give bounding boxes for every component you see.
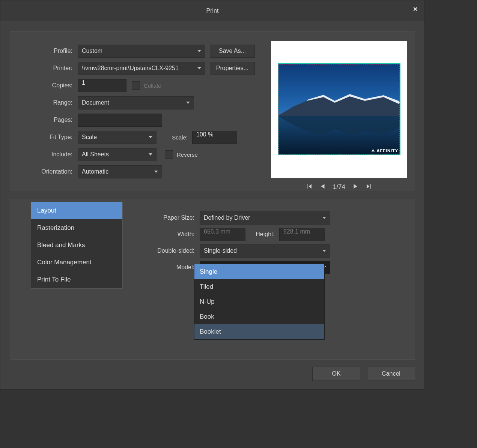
pages-input[interactable] (78, 114, 162, 127)
printer-select[interactable]: \\vmw28cmr-print\UpstairsCLX-9251 (78, 62, 205, 75)
layout-panel: Layout Rasterization Bleed and Marks Col… (10, 199, 415, 360)
sidebar-item-layout[interactable]: Layout (31, 202, 122, 219)
sidebar-item-color-management[interactable]: Color Management (31, 254, 122, 271)
preview-nav: 1/74 (271, 183, 407, 191)
last-page-icon[interactable] (366, 183, 372, 191)
chevron-down-icon (154, 171, 158, 173)
fit-type-select[interactable]: Scale (78, 131, 156, 144)
double-sided-label: Double-sided: (151, 247, 200, 254)
settings-sidebar: Layout Rasterization Bleed and Marks Col… (31, 202, 123, 289)
dialog-footer: OK Cancel (0, 360, 424, 389)
ok-button[interactable]: OK (312, 367, 360, 381)
copies-label: Copies: (18, 82, 78, 89)
print-preview: AFFINITY 1/74 (271, 41, 407, 191)
print-options-panel: Profile: Custom Save As... Printer: \\vm… (10, 31, 415, 191)
affinity-logo-icon (371, 148, 375, 153)
profile-label: Profile: (18, 48, 78, 54)
reverse-label: Reverse (177, 151, 198, 158)
include-label: Include: (18, 151, 78, 158)
dialog-title: Print (206, 7, 219, 14)
chevron-down-icon (197, 50, 201, 52)
affinity-badge: AFFINITY (371, 148, 399, 153)
model-option-single[interactable]: Single (194, 264, 324, 279)
pages-label: Pages: (18, 117, 78, 123)
reverse-checkbox[interactable] (165, 150, 173, 159)
collate-checkbox[interactable] (132, 81, 140, 90)
chevron-down-icon (149, 136, 152, 138)
chevron-down-icon (322, 217, 326, 219)
properties-button[interactable]: Properties... (210, 62, 255, 75)
model-label: Model: (151, 264, 200, 271)
paper-size-label: Paper Size: (151, 214, 200, 221)
width-label: Width: (151, 231, 200, 238)
model-option-tiled[interactable]: Tiled (194, 279, 324, 294)
next-page-icon[interactable] (352, 183, 359, 191)
model-dropdown: Single Tiled N-Up Book Booklet (194, 264, 325, 340)
height-input[interactable]: 928.1 mm (279, 228, 325, 241)
profile-select[interactable]: Custom (78, 45, 205, 58)
sidebar-item-bleed-marks[interactable]: Bleed and Marks (31, 237, 122, 254)
height-label: Height: (245, 231, 279, 238)
prev-page-icon[interactable] (319, 183, 326, 191)
orientation-label: Orientation: (18, 168, 78, 175)
double-sided-select[interactable]: Single-sided (200, 244, 330, 258)
save-as-button[interactable]: Save As... (210, 45, 255, 58)
chevron-down-icon (149, 153, 152, 156)
title-bar: Print ✕ (0, 0, 424, 21)
orientation-select[interactable]: Automatic (78, 165, 162, 178)
page-indicator: 1/74 (333, 183, 345, 191)
range-select[interactable]: Document (78, 96, 194, 109)
model-option-nup[interactable]: N-Up (194, 294, 324, 309)
sidebar-item-rasterization[interactable]: Rasterization (31, 219, 122, 237)
model-option-book[interactable]: Book (194, 309, 324, 324)
scale-label: Scale: (156, 134, 192, 141)
close-icon[interactable]: ✕ (413, 6, 418, 13)
print-dialog: Print ✕ Profile: Custom Save As... Print… (0, 0, 425, 390)
cancel-button[interactable]: Cancel (367, 367, 415, 381)
chevron-down-icon (322, 250, 326, 252)
scale-input[interactable]: 100 % (192, 131, 237, 144)
range-label: Range: (18, 99, 78, 106)
include-select[interactable]: All Sheets (78, 148, 156, 161)
collate-label: Collate (144, 82, 161, 89)
model-option-booklet[interactable]: Booklet (194, 324, 324, 339)
sidebar-item-print-to-file[interactable]: Print To File (31, 271, 122, 288)
chevron-down-icon (197, 67, 201, 69)
preview-page: AFFINITY (271, 41, 407, 178)
first-page-icon[interactable] (306, 183, 313, 191)
copies-input[interactable]: 1 (78, 79, 126, 92)
paper-size-select[interactable]: Defined by Driver (200, 211, 330, 225)
fit-type-label: Fit Type: (18, 134, 78, 141)
width-input[interactable]: 656.3 mm (200, 228, 245, 241)
printer-label: Printer: (18, 65, 78, 72)
preview-image (271, 41, 407, 178)
chevron-down-icon (186, 102, 190, 104)
